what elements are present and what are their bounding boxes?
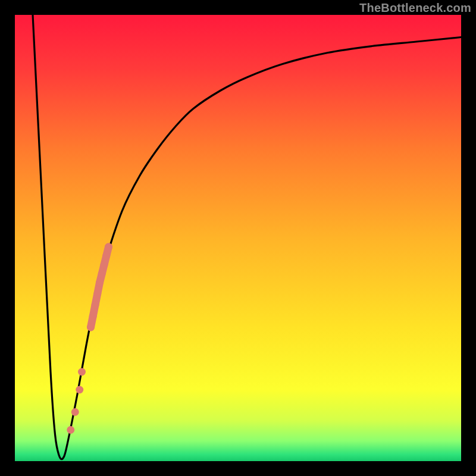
plot-area bbox=[15, 15, 461, 461]
watermark-text: TheBottleneck.com bbox=[359, 1, 471, 15]
marker-dot bbox=[101, 261, 108, 269]
marker-dot bbox=[92, 301, 99, 309]
marker-dot bbox=[98, 270, 106, 278]
marker-dot bbox=[78, 368, 86, 376]
marker-dot bbox=[76, 386, 83, 394]
marker-dot bbox=[102, 252, 110, 260]
marker-dot bbox=[71, 408, 79, 416]
curve-layer bbox=[15, 15, 461, 461]
highlighted-segment bbox=[67, 243, 112, 434]
marker-dot bbox=[89, 312, 97, 320]
bottleneck-curve bbox=[33, 15, 461, 459]
marker-dot bbox=[93, 290, 101, 298]
marker-dot bbox=[87, 324, 95, 331]
marker-dot bbox=[96, 279, 104, 287]
chart-frame: TheBottleneck.com bbox=[0, 0, 476, 476]
marker-dot bbox=[105, 243, 112, 251]
marker-dot bbox=[67, 426, 74, 434]
